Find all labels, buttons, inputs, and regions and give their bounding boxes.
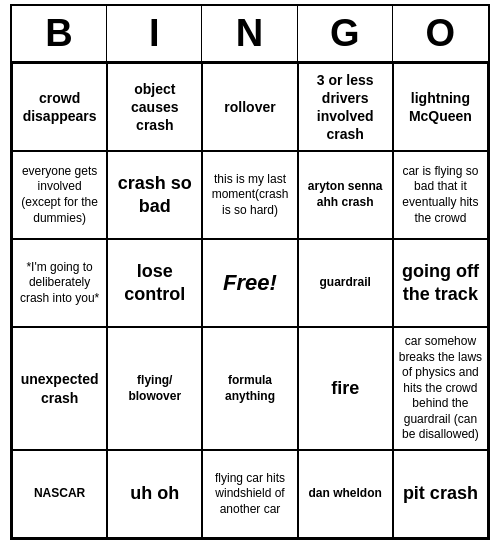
cell-17: formula anything (202, 327, 297, 450)
bingo-letter-N: N (202, 6, 297, 61)
cell-11: lose control (107, 239, 202, 327)
cell-18: fire (298, 327, 393, 450)
cell-0: crowd disappears (12, 63, 107, 151)
cell-3: 3 or less drivers involved crash (298, 63, 393, 151)
bingo-letter-B: B (12, 6, 107, 61)
bingo-letter-O: O (393, 6, 488, 61)
bingo-card: BINGO crowd disappearsobject causes cras… (10, 4, 490, 540)
cell-19: car somehow breaks the laws of physics a… (393, 327, 488, 450)
cell-9: car is flying so bad that it eventually … (393, 151, 488, 239)
bingo-letter-I: I (107, 6, 202, 61)
cell-13: guardrail (298, 239, 393, 327)
cell-21: uh oh (107, 450, 202, 538)
cell-14: going off the track (393, 239, 488, 327)
cell-23: dan wheldon (298, 450, 393, 538)
cell-6: crash so bad (107, 151, 202, 239)
cell-16: flying/ blowover (107, 327, 202, 450)
cell-4: lightning McQueen (393, 63, 488, 151)
cell-5: everyone gets involved (except for the d… (12, 151, 107, 239)
cell-2: rollover (202, 63, 297, 151)
cell-12: Free! (202, 239, 297, 327)
cell-22: flying car hits windshield of another ca… (202, 450, 297, 538)
cell-20: NASCAR (12, 450, 107, 538)
bingo-grid: crowd disappearsobject causes crashrollo… (12, 63, 488, 538)
cell-8: aryton senna ahh crash (298, 151, 393, 239)
cell-1: object causes crash (107, 63, 202, 151)
bingo-header: BINGO (12, 6, 488, 63)
cell-10: *I'm going to deliberately crash into yo… (12, 239, 107, 327)
cell-24: pit crash (393, 450, 488, 538)
bingo-letter-G: G (298, 6, 393, 61)
cell-7: this is my last moment(crash is so hard) (202, 151, 297, 239)
cell-15: unexpected crash (12, 327, 107, 450)
